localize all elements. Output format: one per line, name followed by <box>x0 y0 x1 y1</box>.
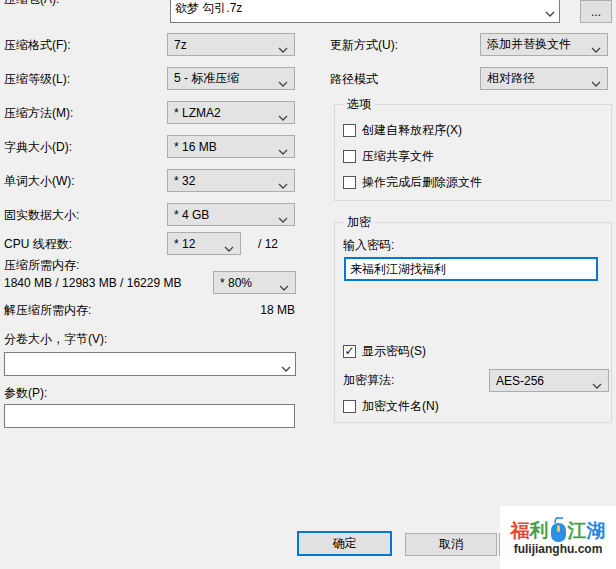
memory-decompress-label: 解压缩所需内存: <box>4 303 91 317</box>
watermark-logo: 福 利 江 湖 <box>511 520 606 542</box>
cpu-threads-dropdown[interactable]: * 12 <box>167 232 241 255</box>
chevron-down-icon <box>278 42 288 48</box>
volume-size-combobox[interactable] <box>4 352 296 376</box>
checkbox-label: 创建自释放程序(X) <box>362 122 462 139</box>
path-mode-dropdown[interactable]: 相对路径 <box>480 67 608 90</box>
memory-compress-label: 压缩所需内存: <box>4 258 79 272</box>
encryption-group-title: 加密 <box>343 215 375 230</box>
chevron-down-icon <box>278 144 288 150</box>
dictionary-label: 字典大小(D): <box>4 140 72 154</box>
update-mode-dropdown[interactable]: 添加并替换文件 <box>480 33 608 56</box>
checkbox-compress-shared[interactable]: ✓ 压缩共享文件 <box>343 148 434 165</box>
chevron-down-icon <box>591 76 601 82</box>
chevron-down-icon <box>278 212 288 218</box>
checkbox-box[interactable]: ✓ <box>343 176 356 189</box>
level-value: 5 - 标准压缩 <box>174 70 274 87</box>
cpu-threads-max: / 12 <box>258 237 278 251</box>
dictionary-value: * 16 MB <box>174 140 274 154</box>
memory-usage-dropdown[interactable]: * 80% <box>213 271 296 294</box>
chevron-down-icon <box>591 42 601 48</box>
parameters-input[interactable] <box>4 404 295 428</box>
format-label: 压缩格式(F): <box>4 38 71 52</box>
check-icon: ✓ <box>344 346 354 357</box>
dictionary-dropdown[interactable]: * 16 MB <box>167 135 295 158</box>
checkbox-label: 压缩共享文件 <box>362 148 434 165</box>
password-label: 输入密码: <box>343 238 394 252</box>
solid-size-label: 固实数据大小: <box>4 208 79 222</box>
word-size-label: 单词大小(W): <box>4 174 75 188</box>
password-input[interactable] <box>344 257 598 281</box>
checkbox-box[interactable]: ✓ <box>343 124 356 137</box>
encryption-method-value: AES-256 <box>496 374 588 388</box>
path-mode-label: 路径模式 <box>330 72 378 86</box>
method-dropdown[interactable]: * LZMA2 <box>167 101 295 124</box>
memory-compress-detail: 1840 MB / 12983 MB / 16229 MB <box>4 276 181 290</box>
chevron-down-icon <box>278 110 288 116</box>
checkbox-box[interactable]: ✓ <box>343 150 356 163</box>
chevron-down-icon <box>278 76 288 82</box>
cpu-threads-value: * 12 <box>174 237 220 251</box>
format-dropdown[interactable]: 7z <box>167 33 295 56</box>
solid-size-value: * 4 GB <box>174 208 274 222</box>
browse-button[interactable]: ... <box>580 0 612 23</box>
checkbox-label: 显示密码(S) <box>362 343 426 360</box>
archive-name-label: 压缩包(A): <box>4 0 59 6</box>
chevron-down-icon <box>592 378 602 384</box>
checkbox-delete-after[interactable]: ✓ 操作完成后删除源文件 <box>343 174 482 191</box>
cancel-button[interactable]: 取消 <box>405 533 497 556</box>
watermark-domain: fulijianghu.com <box>514 542 603 556</box>
watermark-char: 湖 <box>587 521 606 541</box>
encryption-group: 加密 输入密码: ✓ 显示密码(S) 加密算法: AES-256 ✓ 加密文件名… <box>334 222 612 423</box>
level-label: 压缩等级(L): <box>4 72 70 86</box>
volume-size-label: 分卷大小，字节(V): <box>4 332 107 346</box>
path-mode-value: 相对路径 <box>487 70 587 87</box>
method-value: * LZMA2 <box>174 106 274 120</box>
archive-name-combobox[interactable]: 欲梦 勾引.7z <box>170 0 560 23</box>
ok-button[interactable]: 确定 <box>297 531 392 556</box>
archive-name-value: 欲梦 勾引.7z <box>175 0 541 17</box>
checkbox-box[interactable]: ✓ <box>343 345 356 358</box>
chevron-down-icon <box>279 280 289 286</box>
checkbox-box[interactable]: ✓ <box>343 400 356 413</box>
watermark-char: 江 <box>568 521 587 541</box>
checkbox-create-sfx[interactable]: ✓ 创建自释放程序(X) <box>343 122 462 139</box>
checkbox-encrypt-filenames[interactable]: ✓ 加密文件名(N) <box>343 398 439 415</box>
watermark-char: 福 <box>511 521 530 541</box>
options-group-title: 选项 <box>343 97 375 112</box>
memory-usage-value: * 80% <box>220 276 275 290</box>
update-mode-value: 添加并替换文件 <box>487 36 587 53</box>
watermark-char: 利 <box>530 521 549 541</box>
chevron-down-icon <box>278 178 288 184</box>
cpu-threads-label: CPU 线程数: <box>4 237 72 251</box>
checkbox-show-password[interactable]: ✓ 显示密码(S) <box>343 343 426 360</box>
chevron-down-icon <box>224 241 234 247</box>
level-dropdown[interactable]: 5 - 标准压缩 <box>167 67 295 90</box>
mouse-icon <box>551 520 566 542</box>
memory-decompress-value: 18 MB <box>230 303 295 317</box>
method-label: 压缩方法(M): <box>4 106 73 120</box>
encryption-method-dropdown[interactable]: AES-256 <box>489 369 609 392</box>
checkbox-label: 加密文件名(N) <box>362 398 439 415</box>
format-value: 7z <box>174 38 274 52</box>
chevron-down-icon[interactable] <box>545 6 555 12</box>
update-mode-label: 更新方式(U): <box>330 38 398 52</box>
word-size-dropdown[interactable]: * 32 <box>167 169 295 192</box>
word-size-value: * 32 <box>174 174 274 188</box>
encryption-method-label: 加密算法: <box>343 373 394 387</box>
checkbox-label: 操作完成后删除源文件 <box>362 174 482 191</box>
parameters-label: 参数(P): <box>4 386 47 400</box>
options-group: 选项 ✓ 创建自释放程序(X) ✓ 压缩共享文件 ✓ 操作完成后删除源文件 <box>334 104 612 201</box>
fulijianghu-watermark: 福 利 江 湖 fulijianghu.com <box>500 506 616 569</box>
solid-size-dropdown[interactable]: * 4 GB <box>167 203 295 226</box>
chevron-down-icon[interactable] <box>281 361 291 367</box>
add-to-archive-dialog: 压缩包(A): 欲梦 勾引.7z ... 压缩格式(F): 7z 压缩等级(L)… <box>0 0 616 569</box>
